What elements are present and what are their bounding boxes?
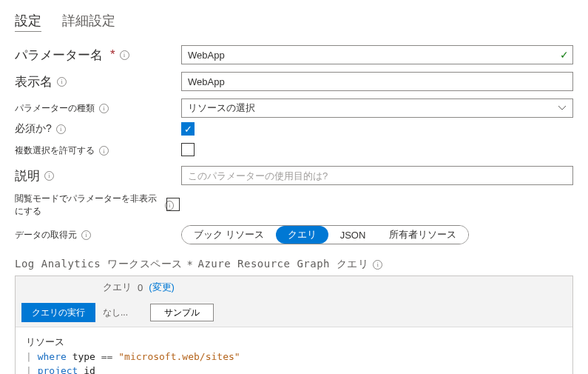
info-icon[interactable]: i — [99, 104, 109, 113]
param-name-input[interactable] — [181, 45, 573, 64]
display-name-input[interactable] — [181, 72, 573, 91]
sample-button[interactable]: サンプル — [150, 304, 214, 321]
multi-checkbox[interactable] — [181, 143, 195, 156]
query-code[interactable]: リソース | where type == "microsoft.web/site… — [16, 327, 572, 374]
editor-toolbar: クエリの実行 なし... サンプル — [16, 298, 572, 327]
description-input[interactable] — [181, 166, 573, 185]
info-icon[interactable]: i — [120, 50, 129, 60]
info-icon[interactable]: i — [81, 230, 91, 240]
info-icon[interactable]: i — [56, 124, 66, 134]
query-editor: クエリ 0 (変更) クエリの実行 なし... サンプル リソース | wher… — [15, 276, 573, 374]
label-description: 説明 i — [15, 167, 181, 184]
label-data-from: データの取得元 i — [15, 229, 104, 241]
hide-checkbox[interactable] — [166, 198, 180, 211]
data-source-pills: ブック リソース クエリ JSON 所有者リソース — [181, 225, 469, 244]
info-icon[interactable]: i — [57, 77, 67, 87]
toolbar-change-link[interactable]: (変更) — [149, 281, 175, 294]
label-param-name: パラメーター名 * i — [15, 47, 181, 64]
info-icon[interactable]: i — [373, 260, 382, 270]
label-required: 必須か? i — [15, 122, 181, 136]
toolbar-query-count: 0 — [138, 282, 143, 293]
tab-advanced[interactable]: 詳細設定 — [62, 12, 115, 31]
label-hide: 閲覧モードでパラメーターを非表示にする i — [15, 193, 174, 218]
toolbar-none-text: なし... — [103, 307, 128, 319]
label-multi: 複数選択を許可する i — [15, 144, 181, 157]
pill-json[interactable]: JSON — [328, 226, 378, 244]
info-icon[interactable]: i — [44, 171, 54, 181]
pill-book-resource[interactable]: ブック リソース — [182, 226, 276, 244]
param-type-select[interactable]: リソースの選択 — [181, 98, 573, 118]
check-icon: ✓ — [560, 49, 569, 61]
pill-query[interactable]: クエリ — [276, 226, 328, 244]
chevron-down-icon — [558, 104, 567, 113]
pill-owner-resource[interactable]: 所有者リソース — [377, 226, 468, 244]
run-query-button[interactable]: クエリの実行 — [21, 303, 95, 322]
query-section-title: Log Analytics ワークスペース* Azure Resource Gr… — [15, 258, 573, 271]
label-param-type: パラメーターの種類 i — [15, 102, 181, 115]
info-icon[interactable]: i — [99, 146, 109, 156]
tabs-bar: 設定 詳細設定 — [15, 12, 573, 32]
toolbar-query-label: クエリ — [103, 281, 132, 294]
required-checkbox[interactable] — [181, 122, 195, 136]
required-asterisk: * — [110, 47, 115, 62]
tab-settings[interactable]: 設定 — [15, 12, 41, 32]
label-display-name: 表示名 i — [15, 73, 181, 90]
